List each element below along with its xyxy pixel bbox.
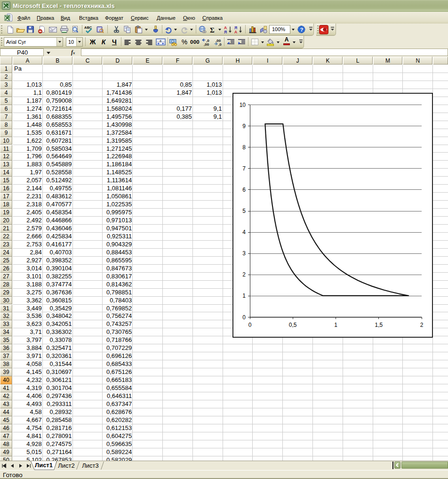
svg-text:2: 2 xyxy=(420,322,424,328)
svg-text:4: 4 xyxy=(242,229,246,235)
svg-text:,0: ,0 xyxy=(218,42,222,46)
svg-text:А: А xyxy=(234,30,237,34)
svg-text:0: 0 xyxy=(248,322,252,328)
svg-text:6: 6 xyxy=(242,187,246,193)
svg-text:0,5: 0,5 xyxy=(289,322,297,328)
svg-text:,00: ,00 xyxy=(204,42,209,46)
svg-text:8: 8 xyxy=(242,144,246,151)
svg-text:?: ? xyxy=(300,27,304,32)
svg-text:9: 9 xyxy=(242,123,246,130)
svg-text:10: 10 xyxy=(240,102,246,108)
svg-text:1,5: 1,5 xyxy=(375,322,383,328)
svg-text:a: a xyxy=(160,39,161,42)
svg-text:5: 5 xyxy=(242,208,246,214)
svg-text:2: 2 xyxy=(242,271,246,278)
svg-text:7: 7 xyxy=(242,165,246,172)
svg-text:3: 3 xyxy=(242,250,246,257)
svg-text:1: 1 xyxy=(334,322,337,328)
svg-text:1: 1 xyxy=(242,292,246,299)
svg-text:Σ: Σ xyxy=(210,26,215,34)
svg-text:Я: Я xyxy=(224,30,227,34)
svg-text:0: 0 xyxy=(242,314,246,321)
